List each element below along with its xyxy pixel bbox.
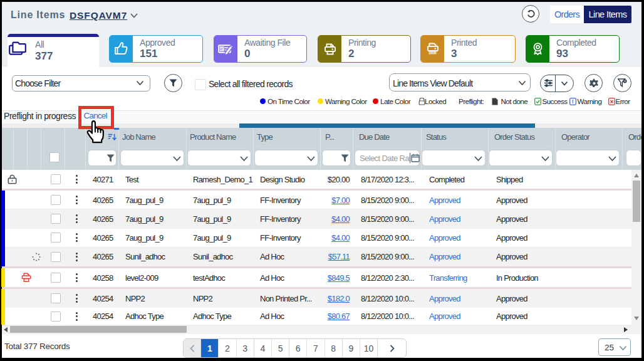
svg-text:$: $: [221, 46, 224, 51]
svg-text:!: !: [572, 98, 574, 105]
